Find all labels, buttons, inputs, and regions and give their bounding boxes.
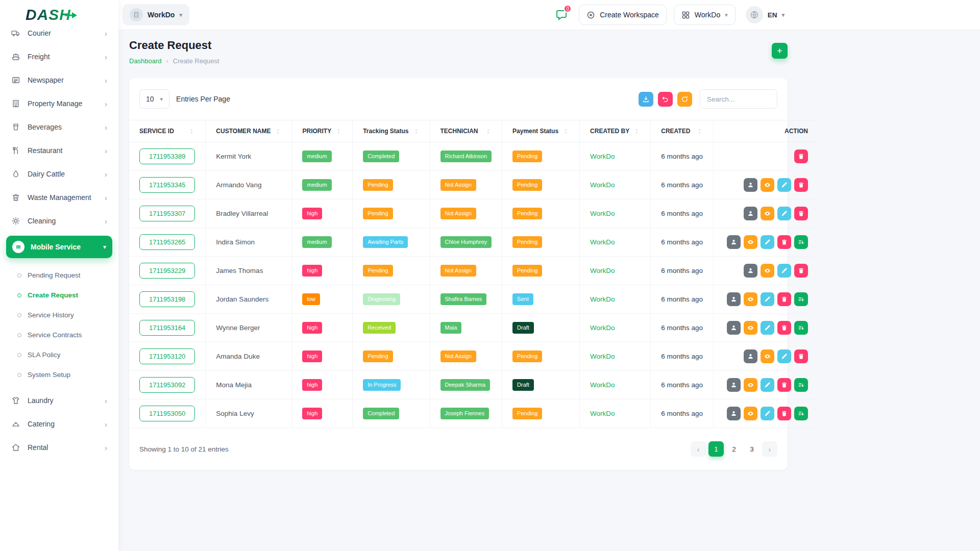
sidebar-item-newspaper[interactable]: Newspaper›: [6, 68, 112, 92]
edit-button[interactable]: [761, 407, 774, 420]
column-header-technician[interactable]: TECHNICIAN: [430, 120, 502, 142]
list-button[interactable]: [794, 235, 808, 249]
add-request-button[interactable]: [772, 43, 788, 59]
user-button[interactable]: [727, 321, 741, 335]
sidebar-subitem-pending-request[interactable]: Pending Request: [12, 265, 112, 285]
eye-button[interactable]: [744, 292, 757, 306]
sidebar-item-rental[interactable]: Rental›: [6, 436, 112, 459]
pagination-page-1[interactable]: 1: [708, 441, 724, 457]
service-id-link[interactable]: 1711953092: [139, 377, 195, 393]
sidebar-item-restaurant[interactable]: Restaurant›: [6, 139, 112, 162]
created-by-link[interactable]: WorkDo: [590, 267, 615, 274]
reset-button[interactable]: [658, 92, 673, 107]
eye-button[interactable]: [744, 407, 757, 420]
edit-button[interactable]: [777, 178, 791, 192]
eye-button[interactable]: [761, 178, 774, 192]
sidebar-item-property-manage[interactable]: Property Manage›: [6, 92, 112, 115]
column-header-tracking-status[interactable]: Tracking Status: [353, 120, 430, 142]
delete-button[interactable]: [777, 378, 791, 392]
eye-button[interactable]: [744, 235, 757, 249]
service-id-link[interactable]: 1711953050: [139, 406, 195, 421]
edit-button[interactable]: [761, 292, 774, 306]
created-by-link[interactable]: WorkDo: [590, 181, 615, 189]
created-by-link[interactable]: WorkDo: [590, 324, 615, 332]
edit-button[interactable]: [777, 349, 791, 363]
sidebar-subitem-service-history[interactable]: Service History: [12, 305, 112, 325]
delete-button[interactable]: [794, 149, 808, 163]
pagination-page-3[interactable]: 3: [744, 441, 760, 457]
list-button[interactable]: [794, 321, 808, 335]
column-header-priority[interactable]: PRIORITY: [292, 120, 353, 142]
service-id-link[interactable]: 1711953120: [139, 348, 195, 364]
column-header-payment-status[interactable]: Payment Status: [502, 120, 580, 142]
delete-button[interactable]: [777, 292, 791, 306]
workdo-apps-button[interactable]: WorkDo ▾: [674, 5, 736, 25]
created-by-link[interactable]: WorkDo: [590, 295, 615, 303]
reload-button[interactable]: [677, 92, 692, 107]
eye-button[interactable]: [761, 207, 774, 220]
created-by-link[interactable]: WorkDo: [590, 238, 615, 246]
sidebar-item-mobile-service[interactable]: Mobile Service▾: [6, 236, 112, 258]
service-id-link[interactable]: 1711953307: [139, 206, 195, 221]
created-by-link[interactable]: WorkDo: [590, 210, 615, 217]
service-id-link[interactable]: 1711953265: [139, 234, 195, 250]
edit-button[interactable]: [761, 235, 774, 249]
user-button[interactable]: [727, 292, 741, 306]
column-header-created[interactable]: CREATED: [651, 120, 714, 142]
created-by-link[interactable]: WorkDo: [590, 381, 615, 389]
delete-button[interactable]: [794, 207, 808, 220]
delete-button[interactable]: [794, 349, 808, 363]
user-button[interactable]: [744, 349, 757, 363]
user-button[interactable]: [727, 378, 741, 392]
pagination-next[interactable]: ›: [762, 441, 777, 457]
edit-button[interactable]: [777, 264, 791, 278]
sidebar-item-dairy-cattle[interactable]: Dairy Cattle›: [6, 162, 112, 186]
user-button[interactable]: [727, 407, 741, 420]
sidebar-subitem-service-contracts[interactable]: Service Contracts: [12, 325, 112, 345]
column-header-customer-name[interactable]: CUSTOMER NAME: [206, 120, 292, 142]
sidebar-item-catering[interactable]: Catering›: [6, 412, 112, 436]
eye-button[interactable]: [744, 378, 757, 392]
eye-button[interactable]: [761, 349, 774, 363]
delete-button[interactable]: [794, 178, 808, 192]
sidebar-item-freight[interactable]: Freight›: [6, 45, 112, 68]
edit-button[interactable]: [761, 321, 774, 335]
service-id-link[interactable]: 1711953198: [139, 291, 195, 307]
pagination-page-2[interactable]: 2: [726, 441, 742, 457]
list-button[interactable]: [794, 292, 808, 306]
user-button[interactable]: [744, 178, 757, 192]
created-by-link[interactable]: WorkDo: [590, 153, 615, 160]
service-id-link[interactable]: 1711953229: [139, 263, 195, 279]
sidebar-subitem-create-request[interactable]: Create Request: [12, 285, 112, 305]
sidebar-item-waste-management[interactable]: Waste Management›: [6, 186, 112, 209]
pagination-previous[interactable]: ‹: [691, 441, 706, 457]
user-button[interactable]: [744, 264, 757, 278]
list-button[interactable]: [794, 407, 808, 420]
delete-button[interactable]: [777, 321, 791, 335]
service-id-link[interactable]: 1711953345: [139, 177, 195, 193]
column-header-service-id[interactable]: SERVICE ID: [129, 120, 206, 142]
list-button[interactable]: [794, 378, 808, 392]
create-workspace-button[interactable]: Create Workspace: [579, 5, 667, 25]
messages-button[interactable]: 0: [551, 5, 572, 25]
export-button[interactable]: [639, 92, 653, 107]
edit-button[interactable]: [777, 207, 791, 220]
search-input[interactable]: [700, 89, 777, 109]
delete-button[interactable]: [777, 407, 791, 420]
service-id-link[interactable]: 1711953389: [139, 148, 195, 164]
column-header-created-by[interactable]: CREATED BY: [580, 120, 651, 142]
service-id-link[interactable]: 1711953164: [139, 320, 195, 336]
sidebar-item-laundry[interactable]: Laundry›: [6, 389, 112, 412]
edit-button[interactable]: [761, 378, 774, 392]
delete-button[interactable]: [794, 264, 808, 278]
sidebar-item-beverages[interactable]: Beverages›: [6, 115, 112, 139]
eye-button[interactable]: [744, 321, 757, 335]
sidebar-subitem-sla-policy[interactable]: SLA Policy: [12, 345, 112, 365]
created-by-link[interactable]: WorkDo: [590, 410, 615, 417]
workspace-switcher[interactable]: WorkDo ▾: [122, 4, 189, 26]
user-button[interactable]: [744, 207, 757, 220]
brand-logo[interactable]: DASH: [0, 0, 118, 30]
sidebar-subitem-system-setup[interactable]: System Setup: [12, 365, 112, 385]
language-selector[interactable]: EN ▾: [743, 6, 788, 24]
sidebar-item-cleaning[interactable]: Cleaning›: [6, 209, 112, 233]
